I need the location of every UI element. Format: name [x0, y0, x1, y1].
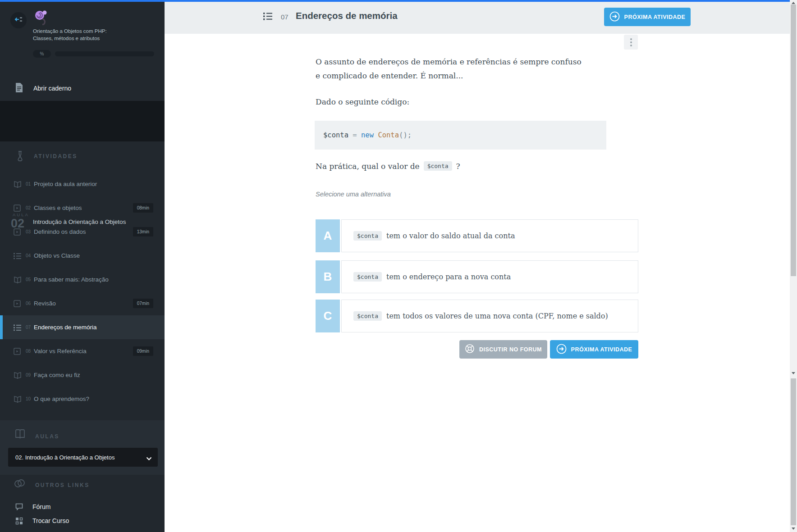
scrollbar[interactable] — [790, 0, 797, 532]
book-icon — [14, 181, 22, 188]
activity-number: 01 — [26, 182, 31, 186]
sidebar-link-forum[interactable]: Fórum — [0, 500, 165, 514]
code-punctuation: (); — [399, 131, 412, 139]
alternative-b[interactable]: B $conta tem o endereço para a nova cont… — [316, 260, 638, 293]
page-loading-bar — [0, 0, 790, 2]
sidebar-item-objeto-vs-classe[interactable]: 04 Objeto vs Classe — [0, 244, 165, 268]
next-activity-button-bottom[interactable]: PRÓXIMA ATIVIDADE — [550, 340, 638, 359]
activity-number: 09 — [26, 373, 31, 377]
course-title-line2: Classes, métodos e atributos — [33, 35, 150, 42]
sidebar-item-o-que-aprendemos[interactable]: 10 O que aprendemos? — [0, 387, 165, 411]
sidebar-item-enderecos-de-memoria[interactable]: 07 Endereços de memória — [0, 315, 165, 339]
duration-badge: 08min — [133, 203, 153, 213]
code-class-name: Conta — [378, 131, 399, 139]
notebook-icon — [15, 82, 23, 95]
activity-header: 07 Endereços de memória PRÓXIMA ATIVIDAD… — [165, 0, 790, 34]
aulas-section: AULAS 02. Introdução à Orientação a Obje… — [0, 420, 165, 475]
scroll-down-arrow[interactable] — [792, 372, 795, 374]
scrollbar-thumb[interactable] — [791, 5, 796, 276]
sidebar-item-para-saber-mais-abstracao[interactable]: 05 Para saber mais: Abstração — [0, 268, 165, 291]
next-activity-button-top[interactable]: PRÓXIMA ATIVIDADE — [604, 8, 691, 26]
discuss-forum-button[interactable]: DISCUTIR NO FORUM — [459, 340, 547, 359]
activity-label: Endereços de memória — [34, 324, 97, 331]
discuss-forum-label: DISCUTIR NO FORUM — [479, 346, 542, 353]
code-line: $conta = new Conta(); — [323, 131, 412, 139]
more-options-button[interactable] — [624, 35, 638, 50]
activity-number: 04 — [26, 253, 31, 258]
chat-icon — [15, 503, 23, 510]
alternative-c[interactable]: C $conta tem todos os valores de uma nov… — [316, 300, 638, 332]
book-icon — [14, 372, 22, 379]
circle-arrow-right-icon — [556, 344, 567, 355]
code-block: $conta = new Conta(); — [315, 121, 606, 150]
sidebar-item-revisao[interactable]: 06 Revisão 07min — [0, 291, 165, 315]
page-scroll-down-arrow[interactable] — [792, 527, 795, 530]
sidebar-item-definindo-os-dados[interactable]: 03 Definindo os dados 13min — [0, 220, 165, 244]
activities-list: 01 Projeto da aula anterior 02 Classes e… — [0, 172, 165, 411]
video-icon — [14, 205, 21, 212]
activities-section-header: ATIVIDADES — [0, 150, 165, 166]
open-notebook-label: Abrir caderno — [33, 85, 71, 92]
activity-label: O que aprendemos? — [34, 396, 89, 402]
circle-arrow-right-icon — [609, 11, 620, 23]
question-intro-text: O assunto de endereços de memória e refe… — [316, 55, 586, 83]
sidebar-item-projeto-da-aula-anterior[interactable]: 01 Projeto da aula anterior — [0, 172, 165, 196]
activity-label: Valor vs Referência — [34, 348, 87, 355]
inline-code-chip: $conta — [353, 311, 382, 321]
code-intro-text: Dado o seguinte código: — [316, 97, 409, 106]
activity-number: 03 — [26, 229, 31, 234]
grid-icon — [15, 517, 23, 525]
scroll-up-arrow[interactable] — [792, 2, 795, 4]
lifebuoy-icon — [465, 344, 475, 355]
quiz-icon — [14, 324, 21, 331]
page-title: Endereços de memória — [296, 10, 398, 21]
open-notebook-button[interactable]: Abrir caderno — [0, 76, 165, 101]
video-icon — [14, 348, 21, 355]
activity-number: 07 — [281, 13, 289, 21]
selected-indicator — [0, 315, 3, 339]
sidebar-item-classes-e-objetos[interactable]: 02 Classes e objetos 08min — [0, 196, 165, 220]
chevron-down-icon — [146, 455, 152, 463]
course-title: Orientação a Objetos com PHP: Classes, m… — [33, 27, 150, 42]
course-title-line1: Orientação a Objetos com PHP: — [33, 27, 150, 35]
activity-number: 05 — [26, 277, 31, 282]
alternative-text: tem todos os valores de uma nova conta (… — [386, 312, 608, 320]
quiz-list-icon — [263, 12, 272, 22]
lessons-book-icon — [14, 429, 26, 442]
question-suffix: ? — [456, 162, 460, 171]
page-scrollbar-thumb[interactable] — [791, 378, 796, 525]
alternative-text: tem o endereço para a nova conta — [386, 273, 511, 281]
sidebar-link-trocar-curso[interactable]: Trocar Curso — [0, 514, 165, 527]
duration-badge: 13min — [133, 227, 153, 236]
activity-label: Para saber mais: Abstração — [34, 276, 109, 283]
course-logo-icon — [32, 9, 50, 27]
collapse-sidebar-button[interactable] — [10, 12, 27, 28]
lesson-select-dropdown[interactable]: 02. Introdução à Orientação a Objetos — [8, 448, 158, 467]
activity-label: Objeto vs Classe — [34, 252, 80, 259]
select-alternative-hint: Selecione uma alternativa — [316, 191, 391, 198]
inline-code-chip: $conta — [424, 161, 452, 171]
activity-label: Classes e objetos — [34, 205, 82, 211]
sidebar-item-valor-vs-referencia[interactable]: 08 Valor vs Referência 09min — [0, 339, 165, 363]
question-actions: DISCUTIR NO FORUM PRÓXIMA ATIVIDADE — [316, 340, 638, 359]
alternative-body: $conta tem o valor do saldo atual da con… — [341, 219, 638, 252]
question-prefix: Na prática, qual o valor de — [316, 162, 420, 171]
course-progress-bar — [55, 51, 154, 56]
code-keyword: new — [361, 131, 374, 139]
next-activity-label: PRÓXIMA ATIVIDADE — [624, 14, 686, 20]
video-icon — [14, 300, 21, 307]
quiz-icon — [14, 252, 21, 259]
video-icon — [14, 228, 21, 236]
book-icon — [14, 396, 22, 403]
code-variable: $conta — [323, 131, 348, 139]
sidebar-item-faca-como-eu-fiz[interactable]: 09 Faça como eu fiz — [0, 363, 165, 387]
question-line: Na prática, qual o valor de $conta ? — [316, 161, 460, 171]
course-sidebar: Orientação a Objetos com PHP: Classes, m… — [0, 0, 165, 532]
inline-code-chip: $conta — [353, 231, 382, 241]
activity-number: 07 — [26, 325, 31, 330]
activities-header-label: ATIVIDADES — [34, 153, 78, 159]
activity-number: 02 — [26, 205, 31, 210]
activity-number: 08 — [26, 349, 31, 354]
alternative-a[interactable]: A $conta tem o valor do saldo atual da c… — [316, 219, 638, 252]
alternative-body: $conta tem o endereço para a nova conta — [341, 260, 638, 293]
